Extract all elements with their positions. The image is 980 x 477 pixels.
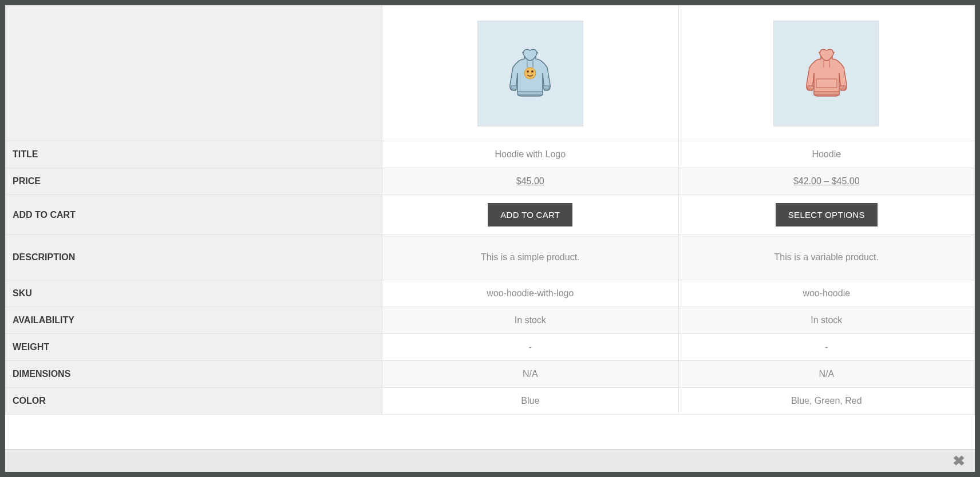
label-dimensions: DIMENSIONS xyxy=(6,361,382,388)
product-image-cell-0 xyxy=(382,6,678,141)
product-sku-1: woo-hoodie xyxy=(678,280,974,307)
label-availability: AVAILABILITY xyxy=(6,307,382,334)
row-color: COLOR Blue Blue, Green, Red xyxy=(6,388,975,415)
svg-rect-10 xyxy=(814,92,839,95)
compare-table: TITLE Hoodie with Logo Hoodie PRICE $45.… xyxy=(5,5,975,415)
row-image xyxy=(6,6,975,141)
product-cart-0: ADD TO CART xyxy=(382,195,678,235)
product-availability-0: In stock xyxy=(382,307,678,334)
product-availability-1: In stock xyxy=(678,307,974,334)
label-add-to-cart: ADD TO CART xyxy=(6,195,382,235)
label-image xyxy=(6,6,382,141)
add-to-cart-button[interactable]: ADD TO CART xyxy=(488,203,572,226)
select-options-button[interactable]: SELECT OPTIONS xyxy=(776,203,878,226)
compare-modal: TITLE Hoodie with Logo Hoodie PRICE $45.… xyxy=(5,5,975,472)
row-title: TITLE Hoodie with Logo Hoodie xyxy=(6,141,975,168)
price-link[interactable]: $42.00 – $45.00 xyxy=(793,176,860,186)
product-description-0: This is a simple product. xyxy=(382,235,678,280)
hoodie-red-icon xyxy=(777,25,875,122)
close-icon[interactable]: ✖ xyxy=(953,453,965,469)
compare-modal-content[interactable]: TITLE Hoodie with Logo Hoodie PRICE $45.… xyxy=(5,5,975,449)
label-title: TITLE xyxy=(6,141,382,168)
product-image-frame[interactable] xyxy=(773,21,879,126)
hoodie-blue-icon xyxy=(481,25,579,122)
product-price-0: $45.00 xyxy=(382,168,678,195)
svg-rect-5 xyxy=(517,92,543,95)
price-link[interactable]: $45.00 xyxy=(516,176,544,186)
product-image-frame[interactable] xyxy=(477,21,583,126)
product-title-1: Hoodie xyxy=(678,141,974,168)
svg-point-2 xyxy=(531,70,534,73)
label-description: DESCRIPTION xyxy=(6,235,382,280)
svg-point-0 xyxy=(524,67,536,79)
product-color-0: Blue xyxy=(382,388,678,415)
row-weight: WEIGHT - - xyxy=(6,334,975,361)
label-sku: SKU xyxy=(6,280,382,307)
row-dimensions: DIMENSIONS N/A N/A xyxy=(6,361,975,388)
label-price: PRICE xyxy=(6,168,382,195)
product-image-cell-1 xyxy=(678,6,974,141)
row-availability: AVAILABILITY In stock In stock xyxy=(6,307,975,334)
product-sku-0: woo-hoodie-with-logo xyxy=(382,280,678,307)
product-dimensions-1: N/A xyxy=(678,361,974,388)
row-sku: SKU woo-hoodie-with-logo woo-hoodie xyxy=(6,280,975,307)
label-color: COLOR xyxy=(6,388,382,415)
row-price: PRICE $45.00 $42.00 – $45.00 xyxy=(6,168,975,195)
product-title-0: Hoodie with Logo xyxy=(382,141,678,168)
product-description-1: This is a variable product. xyxy=(678,235,974,280)
product-price-1: $42.00 – $45.00 xyxy=(678,168,974,195)
product-color-1: Blue, Green, Red xyxy=(678,388,974,415)
product-cart-1: SELECT OPTIONS xyxy=(678,195,974,235)
svg-rect-7 xyxy=(543,86,549,89)
row-description: DESCRIPTION This is a simple product. Th… xyxy=(6,235,975,280)
svg-rect-6 xyxy=(511,86,517,89)
label-weight: WEIGHT xyxy=(6,334,382,361)
product-dimensions-0: N/A xyxy=(382,361,678,388)
product-weight-1: - xyxy=(678,334,974,361)
svg-rect-11 xyxy=(808,86,813,89)
product-weight-0: - xyxy=(382,334,678,361)
row-add-to-cart: ADD TO CART ADD TO CART SELECT OPTIONS xyxy=(6,195,975,235)
modal-footer: ✖ xyxy=(5,449,975,472)
svg-point-1 xyxy=(527,70,529,73)
svg-rect-12 xyxy=(840,86,845,89)
